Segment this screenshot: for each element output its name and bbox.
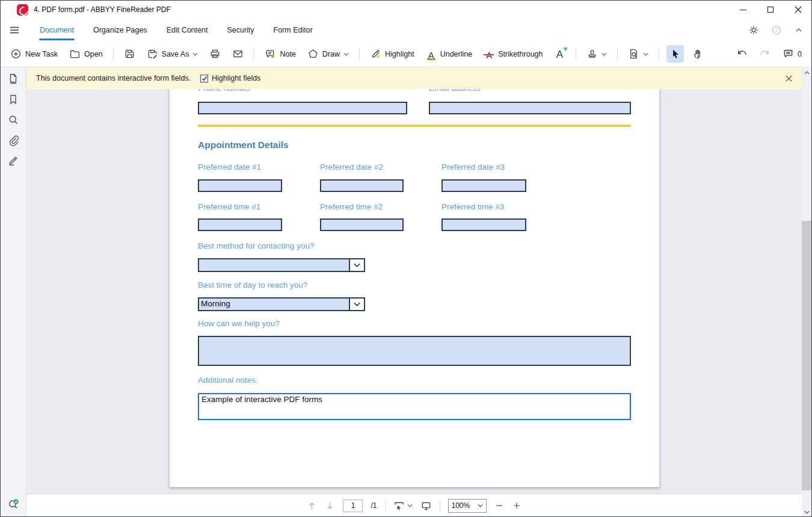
- contact-method-dropdown[interactable]: [198, 258, 365, 272]
- select-tool-button[interactable]: [666, 45, 684, 63]
- highlight-button[interactable]: Highlight: [367, 45, 417, 63]
- appointment-details-heading: Appointment Details: [198, 140, 289, 150]
- find-in-document-button[interactable]: [625, 45, 651, 63]
- zoom-in-button[interactable]: [512, 501, 521, 510]
- email-button[interactable]: [229, 45, 247, 63]
- note-button[interactable]: Note: [262, 45, 298, 63]
- preferred-date-2-field[interactable]: [320, 179, 404, 192]
- proofread-status-button[interactable]: [7, 498, 20, 511]
- undo-button[interactable]: [733, 45, 751, 63]
- next-page-button[interactable]: [325, 501, 335, 511]
- preferred-date-3-field[interactable]: [441, 179, 526, 192]
- fit-width-button[interactable]: [393, 500, 413, 512]
- email-address-label: Email address: [429, 89, 481, 93]
- window-title: 4. PDF form.pdf - ABBYY FineReader PDF: [34, 5, 171, 14]
- email-address-field[interactable]: [429, 102, 631, 114]
- pentagon-icon: [307, 48, 319, 60]
- best-time-dropdown[interactable]: Morning: [198, 297, 365, 311]
- tab-organize-pages[interactable]: Organize Pages: [84, 19, 157, 41]
- toolbar-divider: [254, 48, 254, 61]
- collapse-toolbar-button[interactable]: [794, 25, 804, 35]
- maximize-button[interactable]: [757, 0, 784, 19]
- save-as-label: Save As: [162, 50, 189, 58]
- close-button[interactable]: [784, 0, 812, 19]
- preferred-date-1-field[interactable]: [198, 179, 282, 192]
- best-time-value: Morning: [199, 299, 349, 310]
- stamp-dropdown[interactable]: [601, 52, 607, 56]
- zoom-level-value: 100%: [452, 501, 470, 510]
- open-button[interactable]: Open: [66, 45, 106, 63]
- dropdown-arrow-button[interactable]: [349, 259, 364, 271]
- stamp-icon: [586, 48, 598, 60]
- chevron-down-icon: [478, 504, 483, 507]
- attachments-panel-button[interactable]: [7, 134, 19, 146]
- help-question-field[interactable]: [198, 336, 631, 366]
- form-fields-notification-bar: This document contains interactive form …: [26, 67, 802, 89]
- chevron-down-icon: [643, 52, 648, 56]
- text-color-button[interactable]: A: [552, 46, 568, 63]
- scrollbar-thumb[interactable]: [802, 221, 812, 491]
- tab-form-editor[interactable]: Form Editor: [264, 19, 322, 41]
- hand-tool-button[interactable]: [689, 45, 707, 63]
- bookmarks-panel-button[interactable]: [7, 93, 19, 105]
- statusbar-divider: [385, 500, 386, 512]
- tab-document[interactable]: Document: [30, 19, 84, 41]
- redo-button[interactable]: [756, 45, 774, 63]
- toolbar-divider: [576, 48, 576, 61]
- find-dropdown[interactable]: [643, 52, 648, 56]
- highlight-fields-label: Highlight fields: [212, 74, 260, 82]
- pdf-page: Phone number Email address Appointment D…: [169, 89, 660, 488]
- tab-security[interactable]: Security: [217, 19, 263, 41]
- draw-button[interactable]: Draw: [304, 45, 352, 63]
- additional-notes-field[interactable]: Example of interactive PDF forms: [198, 393, 631, 420]
- status-bar: 1 /1 100%: [26, 494, 802, 517]
- zoom-level-select[interactable]: 100%: [448, 499, 487, 513]
- preferred-time-2-field[interactable]: [320, 218, 404, 231]
- save-as-dropdown[interactable]: [192, 52, 198, 56]
- phone-number-field[interactable]: [198, 102, 407, 114]
- preferred-time-1-label: Preferred time #1: [198, 202, 260, 211]
- stamp-button[interactable]: [583, 45, 610, 63]
- plus-icon: [512, 501, 521, 510]
- save-button[interactable]: [121, 45, 138, 63]
- tab-edit-content[interactable]: Edit Content: [157, 19, 218, 41]
- underline-icon: A: [426, 49, 437, 60]
- scroll-up-button[interactable]: [802, 67, 812, 78]
- preferred-time-3-field[interactable]: [441, 218, 526, 231]
- menu-tab-bar: Document Organize Pages Edit Content Sec…: [0, 19, 812, 41]
- strikethrough-button[interactable]: A Strikethrough: [481, 46, 546, 63]
- pages-panel-button[interactable]: [7, 73, 19, 85]
- document-viewport[interactable]: Phone number Email address Appointment D…: [26, 89, 802, 494]
- previous-page-button[interactable]: [307, 501, 317, 511]
- note-label: Note: [280, 50, 295, 58]
- notification-message: This document contains interactive form …: [36, 74, 191, 82]
- best-time-label: Best time of day to reach you?: [198, 280, 307, 289]
- help-button[interactable]: ?: [771, 25, 782, 36]
- presentation-mode-button[interactable]: [420, 500, 432, 512]
- new-task-button[interactable]: New Task: [7, 45, 61, 63]
- highlight-fields-checkbox[interactable]: [200, 75, 208, 82]
- save-as-button[interactable]: Save As: [144, 45, 201, 63]
- main-menu-button[interactable]: [8, 24, 20, 36]
- comment-count: 0: [798, 50, 802, 58]
- preferred-time-1-field[interactable]: [198, 218, 282, 231]
- minimize-button[interactable]: [729, 0, 757, 19]
- contact-method-value: [199, 259, 349, 271]
- draw-dropdown[interactable]: [343, 52, 349, 56]
- vertical-scrollbar[interactable]: [802, 67, 812, 517]
- dropdown-arrow-button[interactable]: [349, 299, 364, 310]
- search-panel-button[interactable]: [7, 114, 19, 126]
- dismiss-notification-button[interactable]: [786, 75, 792, 82]
- scroll-down-button[interactable]: [802, 507, 812, 517]
- chevron-down-icon: [354, 302, 360, 306]
- print-button[interactable]: [206, 45, 224, 63]
- comments-button[interactable]: 0: [780, 45, 805, 63]
- underline-button[interactable]: A Underline: [423, 46, 476, 63]
- signature-panel-button[interactable]: [7, 155, 19, 167]
- page-number-input[interactable]: 1: [343, 500, 363, 512]
- settings-button[interactable]: [748, 25, 759, 36]
- zoom-out-button[interactable]: [494, 501, 504, 510]
- chevron-down-icon: [804, 510, 810, 514]
- svg-text:?: ?: [775, 27, 778, 33]
- navigation-sidebar: [0, 67, 26, 517]
